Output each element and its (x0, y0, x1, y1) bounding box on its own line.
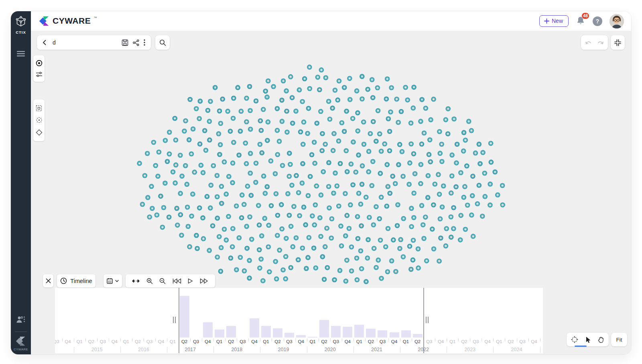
graph-node[interactable] (211, 163, 216, 168)
graph-node[interactable] (431, 97, 436, 102)
graph-node[interactable] (428, 159, 433, 164)
graph-node[interactable] (249, 237, 254, 242)
graph-node[interactable] (179, 174, 185, 179)
graph-node[interactable] (308, 174, 313, 179)
graph-node[interactable] (194, 233, 199, 238)
graph-node[interactable] (455, 142, 460, 147)
graph-node[interactable] (179, 233, 184, 238)
graph-node[interactable] (379, 149, 384, 154)
graph-node[interactable] (327, 117, 333, 122)
graph-node[interactable] (223, 192, 229, 197)
graph-node[interactable] (265, 138, 270, 143)
graph-node[interactable] (408, 121, 414, 126)
graph-node[interactable] (339, 243, 344, 249)
graph-node[interactable] (473, 150, 478, 156)
graph-node[interactable] (419, 203, 425, 208)
graph-node[interactable] (336, 204, 341, 209)
graph-node[interactable] (277, 139, 282, 144)
graph-node[interactable] (291, 204, 297, 209)
graph-node[interactable] (407, 244, 412, 249)
graph-node[interactable] (326, 160, 331, 165)
graph-node[interactable] (386, 116, 391, 121)
graph-node[interactable] (217, 234, 222, 239)
graph-node[interactable] (310, 213, 315, 218)
graph-node[interactable] (302, 76, 307, 81)
graph-node[interactable] (406, 182, 412, 187)
graph-node[interactable] (266, 223, 271, 228)
graph-node[interactable] (445, 106, 451, 111)
graph-node[interactable] (280, 163, 285, 168)
graph-node[interactable] (320, 131, 325, 136)
graph-node[interactable] (326, 184, 331, 189)
graph-node[interactable] (476, 142, 482, 147)
graph-node[interactable] (488, 160, 494, 165)
graph-node[interactable] (165, 159, 170, 164)
graph-node[interactable] (482, 171, 487, 176)
graph-node[interactable] (370, 95, 376, 100)
graph-node[interactable] (394, 97, 399, 102)
graph-node[interactable] (275, 233, 280, 238)
graph-node[interactable] (290, 121, 295, 126)
graph-node[interactable] (277, 248, 282, 253)
graph-node[interactable] (443, 243, 449, 249)
graph-node[interactable] (405, 97, 410, 103)
graph-node[interactable] (173, 138, 179, 143)
graph-node[interactable] (332, 277, 337, 283)
graph-node[interactable] (366, 149, 372, 154)
graph-node[interactable] (174, 206, 179, 211)
graph-node[interactable] (370, 159, 376, 164)
graph-node[interactable] (354, 277, 360, 283)
graph-node[interactable] (410, 257, 416, 263)
graph-node[interactable] (323, 244, 328, 249)
graph-node[interactable] (395, 223, 400, 228)
graph-node[interactable] (334, 183, 339, 188)
graph-node[interactable] (217, 108, 222, 113)
graph-node[interactable] (431, 246, 437, 251)
graph-node[interactable] (323, 75, 328, 80)
graph-canvas[interactable]: d (31, 31, 631, 354)
graph-node[interactable] (458, 213, 463, 218)
graph-node[interactable] (449, 152, 455, 158)
graph-node[interactable] (274, 106, 280, 111)
graph-node[interactable] (329, 235, 334, 241)
graph-node[interactable] (155, 174, 160, 179)
graph-node[interactable] (461, 195, 466, 200)
graph-node[interactable] (219, 245, 224, 250)
graph-node[interactable] (187, 137, 192, 142)
graph-node[interactable] (288, 265, 293, 270)
graph-node[interactable] (205, 194, 210, 199)
graph-node[interactable] (440, 204, 445, 210)
graph-node[interactable] (384, 162, 390, 167)
play-button[interactable] (188, 278, 193, 284)
graph-node[interactable] (290, 244, 295, 249)
graph-node[interactable] (239, 215, 244, 220)
graph-node[interactable] (298, 129, 303, 135)
graph-node[interactable] (207, 119, 212, 124)
graph-node[interactable] (197, 142, 203, 147)
graph-node[interactable] (243, 141, 248, 146)
graph-node[interactable] (194, 106, 199, 111)
graph-node[interactable] (156, 150, 162, 155)
graph-node[interactable] (318, 109, 323, 114)
graph-node[interactable] (353, 170, 358, 175)
graph-node[interactable] (218, 269, 223, 274)
graph-node[interactable] (247, 214, 252, 220)
avatar[interactable] (609, 14, 624, 28)
graph-node[interactable] (217, 152, 222, 157)
graph-node[interactable] (488, 141, 494, 146)
graph-node[interactable] (279, 226, 284, 232)
graph-node[interactable] (465, 202, 470, 208)
graph-node[interactable] (167, 129, 172, 135)
graph-node[interactable] (421, 236, 427, 241)
graph-node[interactable] (385, 269, 390, 274)
graph-node[interactable] (312, 161, 317, 166)
graph-node[interactable] (244, 119, 249, 124)
graph-node[interactable] (382, 142, 387, 147)
timeline-range-handle-left[interactable] (179, 288, 179, 353)
graph-node[interactable] (257, 222, 262, 228)
new-button[interactable]: New (539, 15, 569, 27)
graph-node[interactable] (470, 193, 475, 198)
graph-node[interactable] (260, 278, 266, 283)
graph-node[interactable] (361, 119, 366, 125)
graph-node[interactable] (321, 169, 326, 174)
